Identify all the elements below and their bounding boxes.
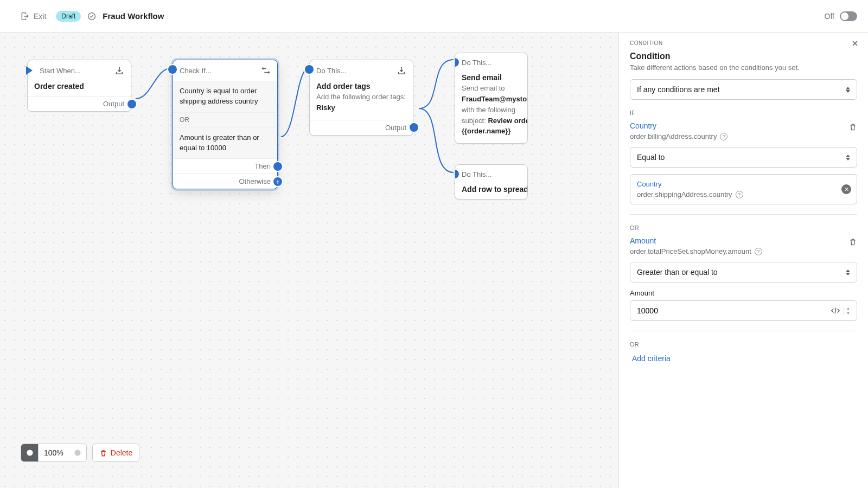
port-input[interactable]	[167, 64, 178, 75]
node-check-if[interactable]: Check If... Country is equal to order sh…	[173, 60, 278, 189]
zoom-value: 100%	[39, 448, 69, 457]
trash-icon	[99, 449, 107, 457]
node-add-spreadsheet-row[interactable]: Do This... Add row to spreadsheet	[455, 164, 528, 200]
condition-2: Amount is greater than or equal to 10000	[173, 127, 277, 159]
add-criteria-link[interactable]: Add criteria	[630, 353, 857, 364]
workflow-title: Fraud Workflow	[103, 11, 164, 21]
node-caption: Do This...	[462, 170, 521, 178]
number-stepper: ▲ ▼	[844, 306, 852, 316]
zoom-control: 100%	[21, 444, 87, 462]
match-mode-select[interactable]: If any conditions are met	[630, 79, 857, 100]
value-name: Country	[637, 180, 850, 188]
import-icon[interactable]	[397, 66, 406, 75]
criteria-name[interactable]: Amount	[630, 236, 848, 245]
delete-criteria-button[interactable]	[848, 123, 857, 133]
condition-or: OR	[173, 112, 277, 127]
zoom-in-button[interactable]	[69, 444, 86, 462]
svg-rect-2	[28, 452, 31, 453]
publish-toggle[interactable]	[840, 11, 857, 21]
canvas-footer: 100% Delete	[21, 444, 139, 462]
criteria-name[interactable]: Country	[630, 121, 848, 130]
node-caption: Do This...	[316, 67, 392, 75]
then-label: Then	[254, 162, 271, 170]
port-output[interactable]	[409, 122, 419, 133]
start-trigger-icon	[26, 66, 33, 75]
divider	[630, 214, 857, 215]
condition-icon[interactable]	[261, 66, 271, 75]
amount-label: Amount	[630, 289, 857, 297]
help-icon[interactable]: ?	[736, 191, 743, 198]
operator-value: Equal to	[637, 153, 665, 162]
amount-input[interactable]	[637, 306, 827, 315]
import-icon[interactable]	[114, 66, 124, 75]
panel-eyebrow: CONDITION	[630, 40, 857, 46]
header: Exit Draft Fraud Workflow Off	[0, 0, 868, 33]
output-label: Output	[103, 100, 124, 108]
criteria-2: Amount order.totalPriceSet.shopMoney.amo…	[630, 236, 857, 255]
node-add-tags[interactable]: Do This... Add order tags Add the follow…	[309, 60, 413, 136]
svg-point-3	[74, 450, 80, 455]
port-then[interactable]	[272, 161, 283, 172]
exit-label: Exit	[34, 12, 46, 21]
panel-subtitle: Take different actions based on the cond…	[630, 63, 857, 72]
otherwise-label: Otherwise	[239, 177, 271, 185]
chevron-updown-icon	[846, 155, 850, 160]
delete-button[interactable]: Delete	[92, 444, 139, 462]
amount-input-row: ▲ ▼	[630, 300, 857, 321]
value-field-1[interactable]: Country order.shippingAddress.country ? …	[630, 174, 857, 204]
criteria-1: Country order.billingAddress.country ?	[630, 121, 857, 140]
port-input[interactable]	[304, 64, 315, 75]
exit-icon	[21, 12, 29, 21]
draft-badge: Draft	[56, 11, 81, 22]
criteria-path: order.billingAddress.country ?	[630, 132, 848, 140]
port-output[interactable]	[126, 99, 137, 110]
panel-close-button[interactable]	[851, 39, 859, 50]
node-caption: Do This...	[462, 59, 521, 67]
or-label: OR	[630, 224, 857, 231]
value-path: order.shippingAddress.country ?	[637, 190, 850, 198]
divider	[630, 331, 857, 331]
panel-title: Condition	[630, 52, 857, 61]
chevron-updown-icon	[846, 87, 850, 93]
port-otherwise-add[interactable]: +	[272, 176, 283, 187]
checkmark-icon	[87, 12, 96, 21]
criteria-path: order.totalPriceSet.shopMoney.amount ?	[630, 247, 848, 255]
node-title: Send email	[455, 72, 527, 83]
output-label: Output	[385, 124, 406, 132]
delete-label: Delete	[111, 448, 132, 457]
node-description: Add the following order tags: Risky	[310, 92, 413, 120]
step-up[interactable]: ▲	[844, 306, 852, 311]
node-send-email[interactable]: Do This... Send email Send email to Frau…	[455, 53, 528, 144]
condition-panel: CONDITION Condition Take different actio…	[618, 33, 868, 488]
operator-value: Greater than or equal to	[637, 268, 718, 277]
node-description: Send email to FraudTeam@mystore.com with…	[455, 83, 528, 143]
code-icon[interactable]	[831, 307, 840, 314]
toggle-label: Off	[825, 12, 834, 21]
node-caption: Start When...	[34, 67, 110, 75]
node-start[interactable]: Start When... Order created Output	[27, 60, 131, 112]
node-title: Add order tags	[310, 81, 413, 92]
operator-select-2[interactable]: Greater than or equal to	[630, 262, 857, 282]
match-mode-value: If any conditions are met	[637, 85, 720, 94]
step-down[interactable]: ▼	[844, 311, 852, 316]
help-icon[interactable]: ?	[755, 248, 762, 255]
chevron-updown-icon	[846, 269, 850, 275]
condition-1: Country is equal to order shipping addre…	[173, 81, 277, 112]
node-caption: Check If...	[180, 67, 257, 75]
node-title: Add row to spreadsheet	[455, 184, 527, 199]
node-title: Order created	[28, 81, 131, 96]
help-icon[interactable]: ?	[720, 133, 727, 140]
exit-button[interactable]: Exit	[21, 12, 46, 21]
zoom-out-button[interactable]	[21, 444, 39, 462]
or-label-2: OR	[630, 341, 857, 348]
if-label: IF	[630, 110, 857, 116]
operator-select-1[interactable]: Equal to	[630, 147, 857, 168]
clear-value-button[interactable]: ✕	[841, 184, 851, 194]
delete-criteria-button[interactable]	[848, 237, 857, 248]
